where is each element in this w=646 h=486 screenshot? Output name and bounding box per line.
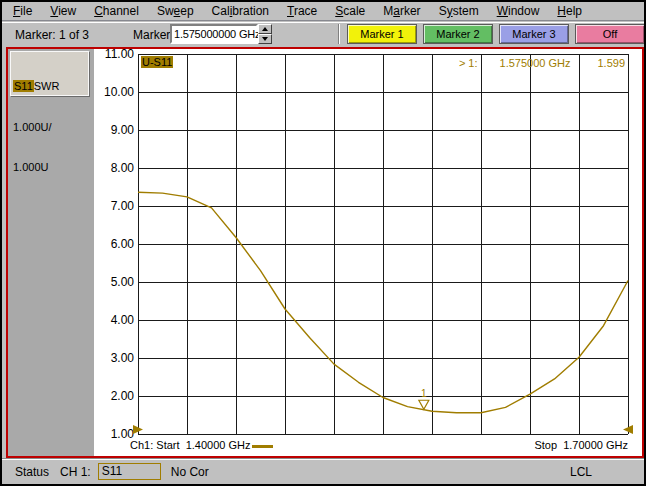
active-trace-indicator: S11 xyxy=(98,463,161,480)
trace-label-chip: U-S11 xyxy=(141,56,173,68)
y-axis-tick: 3.00 xyxy=(96,351,134,365)
marker-readout: > 1: 1.575000 GHz 1.599 xyxy=(459,57,625,69)
trace-selector[interactable]: S11SWR 1.000U/ 1.000U xyxy=(10,51,89,96)
marker-triangle-icon[interactable] xyxy=(419,400,429,409)
plot: 1 U-S11 > 1: 1.575000 GHz 1.599 xyxy=(138,54,628,434)
status-label: Status xyxy=(15,465,49,479)
y-axis-tick: 9.00 xyxy=(96,123,134,137)
menu-sweep[interactable]: Sweep xyxy=(148,3,203,19)
chart-area: 11.0010.009.008.007.006.005.004.003.002.… xyxy=(94,49,642,456)
trace-format-line: S11SWR xyxy=(13,80,86,94)
marker-number: 1 xyxy=(421,388,427,399)
menu-system[interactable]: System xyxy=(430,3,488,19)
spinner-down-icon[interactable] xyxy=(258,34,272,44)
trace-sidebar: S11SWR 1.000U/ 1.000U xyxy=(8,49,94,456)
off-button[interactable]: Off xyxy=(575,24,645,44)
y-axis-tick: 5.00 xyxy=(96,275,134,289)
menu-trace[interactable]: Trace xyxy=(278,3,326,19)
start-frequency-label: Ch1: Start 1.40000 GHz xyxy=(130,439,250,451)
marker-readout-frequency: 1.575000 GHz xyxy=(500,57,571,69)
lcl-indicator: LCL xyxy=(570,465,592,479)
display-area: S11SWR 1.000U/ 1.000U 11.0010.009.008.00… xyxy=(6,47,644,458)
trace-scale-label: 1.000U/ xyxy=(13,121,86,135)
app-window: FileViewChannelSweepCalibrationTraceScal… xyxy=(0,0,646,486)
menu-help[interactable]: Help xyxy=(548,3,591,19)
y-axis-tick: 11.00 xyxy=(96,47,134,61)
y-axis-tick: 4.00 xyxy=(96,313,134,327)
menu-window[interactable]: Window xyxy=(488,3,549,19)
marker-2-button[interactable]: Marker 2 xyxy=(423,24,493,44)
y-axis-tick: 6.00 xyxy=(96,237,134,251)
menu-view[interactable]: View xyxy=(41,3,85,19)
y-axis-tick: 1.00 xyxy=(96,427,134,441)
marker-frequency-spinner xyxy=(258,24,272,44)
marker-readout-value: 1.599 xyxy=(597,57,625,69)
y-axis-tick: 7.00 xyxy=(96,199,134,213)
spinner-up-icon[interactable] xyxy=(258,24,272,34)
menu-scale[interactable]: Scale xyxy=(326,3,374,19)
trace-color-indicator xyxy=(252,445,273,448)
stop-frequency-label: Stop 1.70000 GHz xyxy=(534,439,628,451)
trace-reference-label: 1.000U xyxy=(13,161,86,175)
menu-bar: FileViewChannelSweepCalibrationTraceScal… xyxy=(2,2,644,20)
y-axis-tick: 10.00 xyxy=(96,85,134,99)
stimulus-annotation: Ch1: Start 1.40000 GHz Stop 1.70000 GHz xyxy=(138,438,628,454)
y-axis-tick: 2.00 xyxy=(96,389,134,403)
toolbar-separator xyxy=(338,24,340,44)
y-axis-tick: 8.00 xyxy=(96,161,134,175)
trace-format-label: SWR xyxy=(34,80,60,92)
marker-1-button[interactable]: Marker 1 xyxy=(347,24,417,44)
swr-plot: 1 xyxy=(138,54,628,434)
marker-toolbar: Marker: 1 of 3 Marker 1 1.575000000 GHz … xyxy=(2,23,644,47)
marker-status-label: Marker: 1 of 3 xyxy=(15,28,89,42)
marker-buttons: Marker 1Marker 2Marker 3Off xyxy=(347,24,645,44)
menu-file[interactable]: File xyxy=(4,3,41,19)
marker-frequency-input[interactable]: 1.575000000 GHz xyxy=(170,24,258,44)
trace-id-chip: S11 xyxy=(13,80,34,92)
menu-channel[interactable]: Channel xyxy=(85,3,148,19)
status-bar: Status CH 1: S11 No Cor LCL xyxy=(2,458,644,484)
marker-readout-prefix: > 1: xyxy=(459,57,478,69)
channel-label: CH 1: xyxy=(60,465,91,479)
menu-marker[interactable]: Marker xyxy=(374,3,429,19)
marker-3-button[interactable]: Marker 3 xyxy=(499,24,569,44)
correction-status: No Cor xyxy=(171,465,209,479)
menu-calibration[interactable]: Calibration xyxy=(203,3,278,19)
